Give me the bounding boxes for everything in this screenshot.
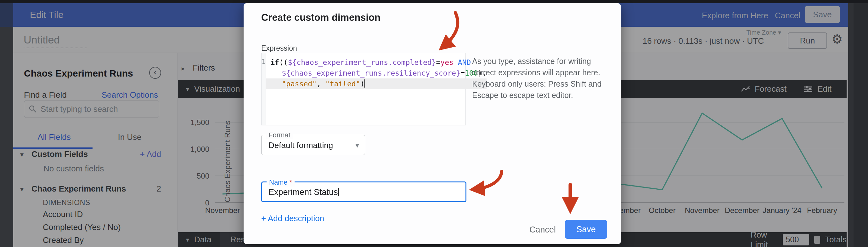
name-field[interactable]: Name * Experiment Status <box>261 182 466 202</box>
text-cursor <box>365 79 365 88</box>
expression-help-text: As you type, assistance for writing corr… <box>472 55 608 101</box>
line-number-gutter: 1 <box>261 53 266 125</box>
code-line[interactable]: "passed", "failed") <box>266 78 487 89</box>
add-description-link[interactable]: + Add description <box>261 214 324 223</box>
code-line[interactable]: if((${chaos_experiment_runs.completed}=y… <box>266 57 487 68</box>
format-label: Format <box>266 131 293 139</box>
dialog-cancel-button[interactable]: Cancel <box>525 225 560 235</box>
name-label: Name <box>269 178 288 186</box>
expression-code[interactable]: if((${chaos_experiment_runs.completed}=y… <box>266 53 487 125</box>
dropdown-caret-icon: ▾ <box>355 141 359 149</box>
code-line[interactable]: ${chaos_experiment_runs.resiliency_score… <box>266 68 487 78</box>
dialog-save-button[interactable]: Save <box>565 220 607 239</box>
create-custom-dimension-dialog: Create custom dimension Expression 1 if(… <box>244 3 621 244</box>
required-asterisk: * <box>289 178 292 186</box>
text-cursor <box>338 188 339 196</box>
expression-editor[interactable]: 1 if((${chaos_experiment_runs.completed}… <box>261 53 466 126</box>
format-selected-value: Default formatting <box>269 140 333 150</box>
dialog-title: Create custom dimension <box>261 12 380 23</box>
expression-label: Expression <box>261 44 297 53</box>
name-input-value: Experiment Status <box>269 188 338 197</box>
format-select[interactable]: Format Default formatting ▾ <box>261 135 365 155</box>
